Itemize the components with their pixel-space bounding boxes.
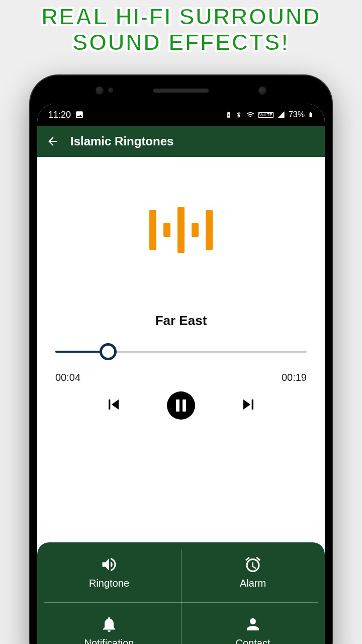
progress-slider[interactable] [55, 351, 307, 353]
sensor-dot [108, 88, 113, 93]
skip-next-icon [238, 394, 258, 415]
pause-icon [176, 399, 186, 412]
time-elapsed: 00:04 [55, 372, 80, 383]
wifi-icon [245, 111, 255, 119]
camera-dot [258, 87, 266, 95]
battery-saver-icon [225, 111, 232, 119]
bell-icon [99, 615, 119, 633]
next-button[interactable] [238, 394, 258, 417]
playback-controls [104, 391, 258, 420]
phone-frame: 11:20 VoLTE 73% Islamic Ringtones [30, 75, 332, 644]
volte-indicator: VoLTE [258, 112, 274, 118]
alarm-label: Alarm [240, 578, 266, 589]
phone-screen: 11:20 VoLTE 73% Islamic Ringtones [37, 104, 325, 644]
app-bar-title: Islamic Ringtones [70, 134, 173, 148]
speaker-icon [99, 555, 119, 574]
promo-headline-line1: Real Hi-Fi surround [0, 4, 362, 30]
alarm-icon [243, 555, 263, 574]
battery-icon [308, 110, 314, 119]
contact-label: Contact [236, 637, 270, 644]
app-bar: Islamic Ringtones [37, 126, 325, 157]
notification-label: Notification [84, 637, 134, 644]
set-notification-button[interactable]: Notification [37, 602, 181, 644]
action-grid: Ringtone Alarm Notification Contact [37, 542, 325, 644]
time-row: 00:04 00:19 [55, 372, 307, 383]
status-bar: 11:20 VoLTE 73% [37, 104, 325, 126]
set-ringtone-button[interactable]: Ringtone [37, 542, 181, 602]
ringtone-label: Ringtone [89, 578, 129, 589]
track-title: Far East [155, 313, 207, 329]
previous-button[interactable] [104, 394, 124, 417]
promo-headline: Real Hi-Fi surround sound effects! [0, 4, 362, 55]
set-contact-button[interactable]: Contact [181, 602, 325, 644]
status-time: 11:20 [48, 110, 71, 120]
person-icon [243, 615, 263, 633]
waveform-icon [149, 202, 213, 258]
image-icon [75, 110, 84, 119]
battery-percent: 73% [289, 110, 305, 119]
signal-icon [277, 111, 286, 119]
set-alarm-button[interactable]: Alarm [181, 542, 325, 602]
time-duration: 00:19 [282, 372, 307, 383]
promo-headline-line2: sound effects! [0, 30, 362, 55]
skip-previous-icon [104, 394, 124, 415]
sensor-dot [96, 87, 104, 95]
pause-button[interactable] [167, 391, 195, 420]
back-arrow-icon[interactable] [46, 135, 59, 148]
bluetooth-icon [235, 111, 242, 119]
player-content: Far East 00:04 00:19 [37, 157, 325, 644]
